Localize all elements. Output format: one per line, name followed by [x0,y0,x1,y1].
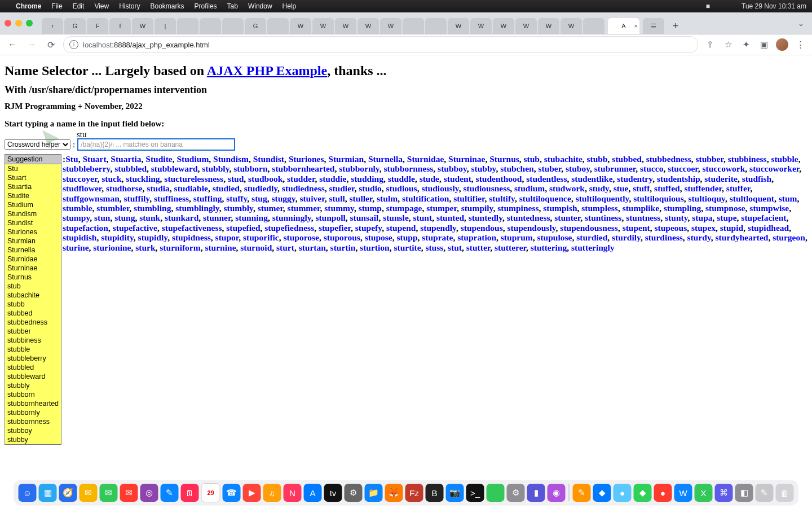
result-link[interactable]: stue [614,183,629,193]
result-link[interactable]: Sturnidae [407,154,444,164]
result-link[interactable]: stupid [720,223,743,233]
result-link[interactable]: stupefaction [63,223,108,233]
result-link[interactable]: sturniform [160,243,200,252]
result-link[interactable]: studiable [174,183,208,193]
dock-app-13[interactable]: N [284,484,302,502]
result-link[interactable]: study [589,183,609,193]
tab-overflow-button[interactable]: ⌄ [795,19,807,28]
result-link[interactable]: stubbornly [339,164,379,173]
result-link[interactable]: stuporose [283,233,319,242]
dock-app-9[interactable]: 29 [201,483,220,502]
result-link[interactable]: stunningly [272,213,311,222]
result-link[interactable]: studentless [526,174,567,183]
suggestion-row[interactable]: stubbornly [5,408,61,417]
result-link[interactable]: stupidly [138,233,168,242]
result-link[interactable]: stumper [426,203,457,213]
window-close-button[interactable] [5,20,11,27]
menu-profiles[interactable]: Profiles [195,2,217,10]
tab-background-21[interactable]: W [515,18,537,34]
tab-background-16[interactable] [403,18,424,34]
dock-app-7[interactable]: ✎ [161,484,179,502]
menu-bookmarks[interactable]: Bookmarks [151,2,184,10]
dock-app-14[interactable]: A [304,484,322,502]
dock-app-6[interactable]: ◎ [140,484,158,502]
result-link[interactable]: Stundism [213,154,249,164]
result-link[interactable]: stum [779,194,797,203]
result-link[interactable]: stuffing [193,194,222,203]
result-link[interactable]: stumpily [461,203,493,213]
tab-background-1[interactable]: G [64,18,86,34]
tab-background-9[interactable]: G [245,18,266,34]
dock-app-4[interactable]: ✉ [100,484,118,502]
result-link[interactable]: sturt [276,243,294,252]
tab-background-18[interactable]: W [448,18,469,34]
back-button[interactable]: ← [6,38,19,51]
result-link[interactable]: stuck [102,174,121,183]
result-link[interactable]: studentlike [571,174,612,183]
result-link[interactable]: stupeous [655,223,687,233]
result-link[interactable]: stuffed [654,183,680,193]
tab-background-8[interactable] [222,18,244,34]
tab-background-23[interactable]: W [561,18,582,34]
result-link[interactable]: studder [287,174,315,183]
result-link[interactable]: studiously [421,183,458,193]
bookmark-star-icon[interactable]: ☆ [722,38,734,51]
result-link[interactable]: stun [94,213,110,222]
mode-select[interactable]: Crossword helper [5,139,70,150]
result-link[interactable]: stultiloquently [576,194,629,203]
suggestion-row[interactable]: Sturnidae [5,255,61,264]
result-link[interactable]: studdle [388,174,415,183]
result-link[interactable]: stumpwise [749,203,789,213]
tab-background-11[interactable]: W [290,18,311,34]
result-link[interactable]: stultifier [453,194,484,203]
dock-app-29[interactable]: ● [614,484,632,502]
result-link[interactable]: Sturninae [448,154,485,164]
dock-app-34[interactable]: ⌘ [715,484,733,502]
result-link[interactable]: stung [114,213,135,222]
dock-app-5[interactable]: ✉ [120,484,138,502]
suggestion-row[interactable]: Sturnella [5,246,61,255]
dock-app-16[interactable]: ⚙ [345,484,363,502]
result-link[interactable]: stunsle [383,213,409,222]
chrome-menu-icon[interactable]: ⋮ [794,38,806,51]
result-link[interactable]: stubbed [612,154,642,164]
result-link[interactable]: stultiloquence [519,194,571,203]
dock-app-23[interactable] [487,484,505,502]
result-link[interactable]: stutter [466,243,490,252]
result-link[interactable]: stubbled [114,164,147,173]
result-link[interactable]: Stuartia [111,154,141,164]
result-link[interactable]: stuffender [684,183,722,193]
suggestion-row[interactable]: stub [5,282,61,291]
result-link[interactable]: stumpish [543,203,577,213]
result-link[interactable]: stuller [350,194,373,203]
result-link[interactable]: stuntiness [585,213,621,222]
result-link[interactable]: stupefied [226,223,260,233]
result-link[interactable]: sturdied [576,233,607,242]
result-link[interactable]: sturgeon [773,233,805,242]
menu-history[interactable]: History [119,2,140,10]
dock-app-27[interactable]: ✎ [573,484,591,502]
result-link[interactable]: stubbiness [728,154,767,164]
result-link[interactable]: stull [329,194,345,203]
result-link[interactable]: sturdy [687,233,711,242]
dock-app-36[interactable]: ✎ [756,484,774,502]
result-link[interactable]: stubbleberry [63,164,110,173]
suggestion-row[interactable]: Stundist [5,218,61,227]
result-link[interactable]: stump [359,203,382,213]
result-link[interactable]: stuff [633,183,650,193]
result-link[interactable]: studium [514,183,545,193]
dock-app-37[interactable]: 🗑 [776,484,794,502]
suggestion-row[interactable]: Sturninae [5,264,61,273]
tab-background-0[interactable]: r [42,18,63,34]
result-link[interactable]: stuntedness [507,213,550,222]
tab-close-icon[interactable]: × [634,23,638,29]
dock-app-33[interactable]: X [695,484,713,502]
result-link[interactable]: stubbornness [383,164,433,173]
dock-app-12[interactable]: ♫ [263,484,281,502]
result-link[interactable]: stupend [386,223,416,233]
name-input[interactable] [77,138,235,151]
tab-background-2[interactable]: F [87,18,108,34]
result-link[interactable]: studerite [704,174,738,183]
result-link[interactable]: stub [524,154,540,164]
result-link[interactable]: stupendly [420,223,456,233]
